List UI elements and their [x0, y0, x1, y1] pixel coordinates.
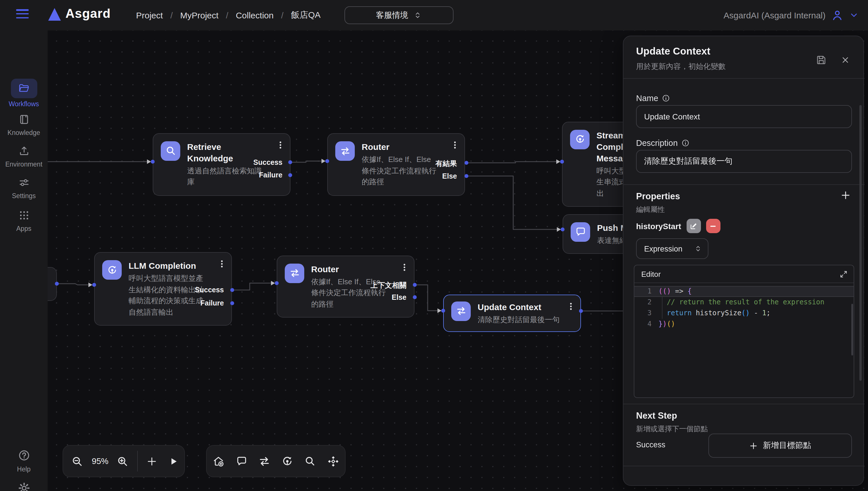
chat-bubble-icon[interactable]: [231, 445, 252, 476]
updown-chevron-icon: [694, 244, 702, 253]
kebab-menu-icon[interactable]: [451, 141, 459, 149]
hamburger-menu-icon[interactable]: [16, 9, 29, 21]
breadcrumb-collection[interactable]: Collection: [236, 10, 273, 20]
editor-code-lines: 1(() => {2 // return the result of the e…: [634, 286, 854, 329]
chevron-down-icon[interactable]: [849, 10, 859, 20]
kebab-menu-icon[interactable]: [217, 260, 226, 268]
divider: [624, 184, 865, 185]
add-target-node-label: 新增目標節點: [763, 440, 811, 451]
expand-icon[interactable]: [839, 270, 848, 278]
refresh-bulb-icon: [570, 129, 590, 149]
node-llm-completion[interactable]: LLM Completion 呼叫大型語言模型並產生結構化的資料輸出以輔助流程的…: [94, 252, 232, 326]
sidebar-item-label: Help: [0, 466, 48, 473]
node-update-context[interactable]: Update Context 清除歷史對話留最後一句: [443, 294, 581, 332]
sidebar-item-workspace[interactable]: Workspace: [0, 480, 48, 491]
properties-subheading: 編輯屬性: [636, 205, 665, 215]
folder-icon: [18, 83, 30, 94]
run-workflow-button[interactable]: [163, 445, 184, 476]
top-header: Asgard Project / MyProject / Collection …: [0, 0, 868, 30]
book-icon: [18, 114, 30, 125]
output-port-else[interactable]: Else: [442, 172, 457, 180]
environment-selector[interactable]: 客服情境: [345, 6, 453, 24]
kebab-menu-icon[interactable]: [400, 263, 409, 271]
node-description: 透過自然語言檢索知識庫: [187, 165, 263, 187]
property-type-select[interactable]: Expression: [636, 238, 709, 259]
refresh-bulb-icon[interactable]: [276, 445, 298, 476]
sliders-icon: [18, 177, 30, 189]
add-property-button[interactable]: [840, 190, 851, 200]
zoom-level: 95%: [88, 457, 112, 466]
output-port-failure[interactable]: Failure: [259, 171, 282, 179]
output-port-failure[interactable]: Failure: [200, 299, 224, 307]
properties-heading: Properties: [636, 191, 680, 202]
code-line[interactable]: 1(() => {: [634, 286, 854, 297]
output-port-else[interactable]: Else: [392, 293, 407, 301]
chat-bubble-icon: [571, 222, 590, 241]
user-icon[interactable]: [831, 9, 843, 21]
node-router-top[interactable]: Router 依據If、Else If、Else條件決定工作流程執行的路徑 有結…: [327, 133, 465, 196]
save-icon[interactable]: [816, 55, 827, 65]
kebab-menu-icon[interactable]: [567, 302, 575, 310]
toolbar-divider: [137, 451, 138, 471]
breadcrumb: Project / MyProject / Collection / 飯店QA: [136, 0, 321, 30]
next-step-subheading: 新增或選擇下一個節點: [636, 424, 708, 434]
house-plus-icon[interactable]: [208, 445, 230, 476]
refresh-bulb-icon: [102, 260, 122, 280]
divider: [624, 404, 865, 404]
node-description: 清除歷史對話留最後一句: [478, 314, 573, 325]
breadcrumb-workflow[interactable]: 飯店QA: [291, 10, 321, 21]
code-line[interactable]: 4})(): [634, 319, 854, 329]
node-offscreen-partial[interactable]: [48, 267, 57, 301]
zoom-out-button[interactable]: [67, 445, 88, 476]
node-retrieve-knowledge[interactable]: Retrieve Knowledge 透過自然語言檢索知識庫 Success F…: [153, 133, 291, 196]
node-title: Router: [362, 141, 438, 153]
swap-arrows-icon[interactable]: [253, 445, 275, 476]
output-port-success[interactable]: Success: [253, 158, 282, 166]
panel-scrollbar[interactable]: [859, 105, 862, 381]
sidebar-item-knowledge[interactable]: Knowledge: [0, 112, 48, 136]
search-icon: [161, 141, 180, 161]
asgard-logo-icon: [48, 8, 61, 21]
zoom-in-button[interactable]: [112, 445, 133, 476]
account-label: AsgardAI (Asgard Internal): [724, 10, 826, 20]
question-circle-icon: [18, 449, 30, 462]
swap-arrows-icon: [285, 263, 304, 283]
sidebar-item-settings[interactable]: Settings: [0, 175, 48, 199]
sidebar-item-environment[interactable]: Environment: [0, 144, 48, 168]
delete-property-button[interactable]: [706, 219, 720, 233]
app-window: Asgard Project / MyProject / Collection …: [0, 0, 868, 491]
description-input[interactable]: [636, 150, 852, 173]
left-sidebar: Workflows Knowledge Environment Settings…: [0, 30, 48, 491]
next-step-heading: Next Step: [636, 411, 677, 421]
add-node-button[interactable]: [141, 445, 163, 476]
code-line[interactable]: 2 // return the result of the expression: [634, 297, 854, 308]
name-label: Name: [636, 94, 670, 103]
swap-arrows-icon: [451, 301, 471, 321]
output-port-has-result[interactable]: 有結果: [436, 159, 457, 169]
editor-scrollbar[interactable]: [851, 304, 853, 355]
output-port-context-related[interactable]: 上下文相關: [370, 281, 407, 291]
sidebar-item-workflows[interactable]: Workflows: [0, 79, 48, 107]
sidebar-item-help[interactable]: Help: [0, 447, 48, 473]
node-config-panel: Update Context 用於更新內容，初始化變數 Name Descrip…: [623, 36, 864, 486]
output-port-success[interactable]: Success: [195, 286, 224, 294]
editor-header: Editor: [634, 265, 854, 283]
name-input[interactable]: [636, 105, 852, 128]
close-icon[interactable]: [841, 55, 850, 64]
node-router-bottom[interactable]: Router 依據If、Else If、Else條件決定工作流程執行的路徑 上下…: [277, 255, 415, 318]
editor-code-area[interactable]: 1(() => {2 // return the result of the e…: [634, 283, 854, 398]
breadcrumb-project[interactable]: Project: [136, 10, 163, 20]
sidebar-item-label: Knowledge: [0, 129, 48, 136]
sidebar-item-apps[interactable]: Apps: [0, 208, 48, 232]
brand-name: Asgard: [65, 6, 111, 21]
divider: [624, 78, 865, 79]
expression-editor[interactable]: Editor 1(() => {2 // return the result o…: [634, 265, 854, 398]
breadcrumb-separator: /: [226, 10, 228, 20]
search-icon[interactable]: [299, 445, 321, 476]
diamonds-icon[interactable]: [322, 445, 344, 476]
breadcrumb-myproject[interactable]: MyProject: [180, 10, 218, 20]
kebab-menu-icon[interactable]: [276, 140, 285, 149]
code-line[interactable]: 3 return historySize() - 1;: [634, 308, 854, 319]
edit-property-button[interactable]: [686, 219, 701, 233]
add-target-node-button[interactable]: 新增目標節點: [709, 434, 852, 458]
